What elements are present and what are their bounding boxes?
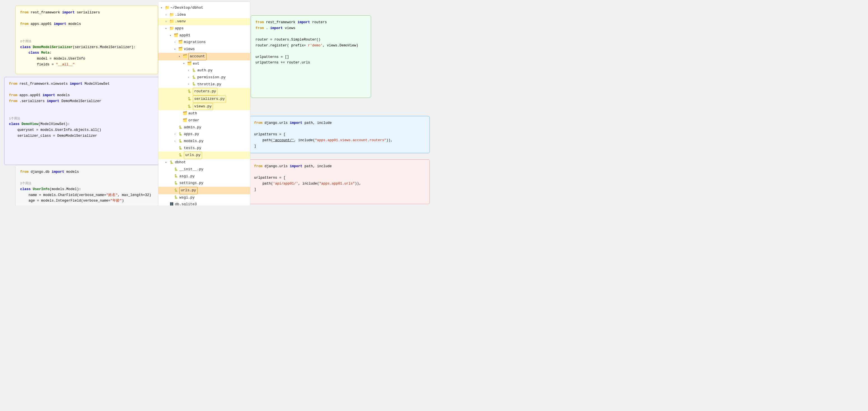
tree-label-serializers-py: serializers.py bbox=[193, 95, 226, 103]
tree-item-db-sqlite3[interactable]: 🗄️ db.sqlite3 bbox=[158, 201, 250, 205]
tree-item-tests-py[interactable]: 🐍 tests.py bbox=[158, 145, 250, 152]
tree-item-auth-py[interactable]: › 🐍 auth.py bbox=[158, 67, 250, 74]
tree-item-wsgi-py[interactable]: 🐍 wsgi.py bbox=[158, 194, 250, 201]
tree-item-settings-py[interactable]: 🐍 settings.py bbox=[158, 180, 250, 187]
tree-item-account[interactable]: ▾ 🗂️ account bbox=[158, 53, 250, 60]
tree-item-permission-py[interactable]: › 🐍 permission.py bbox=[158, 74, 250, 81]
tree-item-urls-app01[interactable]: 🐍 urls.py bbox=[158, 151, 250, 159]
tree-label-account: account bbox=[188, 53, 207, 60]
routers-code: from rest_framework import routers from … bbox=[255, 20, 366, 66]
tree-item-idea[interactable]: › 📁 .idea bbox=[158, 11, 250, 19]
tree-item-apps[interactable]: ▾ 📁 apps bbox=[158, 25, 250, 32]
urls-app01-code: from django.urls import path, include ur… bbox=[254, 120, 425, 149]
tree-item-order-folder[interactable]: 🗂️ order bbox=[158, 117, 250, 124]
tree-label-auth-folder: auth bbox=[188, 110, 197, 117]
models-code: from django.db import models 2个用法 class … bbox=[20, 169, 156, 204]
tree-item-views-py[interactable]: 🐍 views.py bbox=[158, 103, 250, 110]
tree-item-app01[interactable]: ▾ 🗂️ app01 bbox=[158, 32, 250, 39]
tree-label-order-folder: order bbox=[188, 117, 199, 124]
tree-item-models-py[interactable]: › 🐍 models.py bbox=[158, 138, 250, 145]
tree-root-label: ~/Desktop/dbhot bbox=[170, 4, 203, 11]
tree-label-models-py: models.py bbox=[184, 138, 204, 145]
tree-label-dbhot: dbhot bbox=[175, 159, 186, 166]
tree-item-admin-py[interactable]: 🐍 admin.py bbox=[158, 124, 250, 131]
tree-item-init-py[interactable]: 🐍 __init__.py bbox=[158, 166, 250, 173]
tree-label-migrations: migrations bbox=[184, 39, 206, 46]
tree-label-urls-dbhot: urls.py bbox=[179, 187, 197, 194]
urls-app01-panel: from django.urls import path, include ur… bbox=[249, 116, 430, 153]
models-panel: from django.db import models 2个用法 class … bbox=[16, 165, 161, 205]
tree-label-asgi-py: asgi.py bbox=[179, 173, 195, 180]
tree-item-apps-py[interactable]: › 🐍 apps.py bbox=[158, 131, 250, 138]
serializers-panel: from rest_framework import serializers f… bbox=[16, 6, 158, 74]
tree-item-venv[interactable]: › 📁 .venv bbox=[158, 18, 250, 25]
tree-label-urls-app01: urls.py bbox=[184, 151, 202, 159]
tree-label-permission-py: permission.py bbox=[197, 74, 225, 81]
tree-label-ext: ext bbox=[193, 60, 199, 67]
urls-dbhot-code: from django.urls import path, include ur… bbox=[254, 164, 425, 192]
tree-label-apps-py: apps.py bbox=[184, 131, 199, 138]
views-panel: from rest_framework.viewsets import Mode… bbox=[4, 77, 165, 165]
views-code: from rest_framework.viewsets import Mode… bbox=[9, 81, 160, 139]
tree-label-idea: .idea bbox=[175, 11, 186, 19]
tree-label-init-py: __init__.py bbox=[179, 166, 204, 173]
tree-label-app01: app01 bbox=[179, 32, 190, 39]
tree-root[interactable]: ▾ 📁 ~/Desktop/dbhot bbox=[158, 4, 250, 11]
urls-dbhot-panel: from django.urls import path, include ur… bbox=[249, 159, 430, 204]
tree-label-apps: apps bbox=[175, 25, 184, 32]
tree-item-asgi-py[interactable]: 🐍 asgi.py bbox=[158, 173, 250, 180]
tree-label-throttle-py: throttle.py bbox=[197, 81, 221, 88]
tree-label-routers-py: routers.py bbox=[193, 88, 217, 95]
file-tree[interactable]: ▾ 📁 ~/Desktop/dbhot › 📁 .idea › 📁 .venv … bbox=[158, 1, 250, 205]
tree-label-db-sqlite3: db.sqlite3 bbox=[175, 201, 197, 205]
routers-panel: from rest_framework import routers from … bbox=[251, 15, 371, 98]
tree-label-auth-py: auth.py bbox=[197, 67, 213, 74]
tree-item-migrations[interactable]: › 🗂️ migrations bbox=[158, 39, 250, 46]
tree-item-serializers-py[interactable]: 🐍 serializers.py bbox=[158, 95, 250, 103]
tree-label-settings-py: settings.py bbox=[179, 180, 204, 187]
tree-item-auth-folder[interactable]: 🗂️ auth bbox=[158, 110, 250, 117]
tree-label-admin-py: admin.py bbox=[184, 124, 201, 131]
tree-label-views: views bbox=[184, 46, 195, 53]
tree-label-views-py: views.py bbox=[193, 103, 213, 110]
tree-label-venv: .venv bbox=[175, 18, 186, 25]
tree-item-dbhot[interactable]: ▾ 🐍 dbhot bbox=[158, 159, 250, 166]
tree-label-wsgi-py: wsgi.py bbox=[179, 194, 195, 201]
tree-item-throttle-py[interactable]: › 🐍 throttle.py bbox=[158, 81, 250, 88]
serializers-code: from rest_framework import serializers f… bbox=[20, 10, 153, 67]
tree-item-urls-dbhot[interactable]: 🐍 urls.py bbox=[158, 187, 250, 194]
tree-item-routers-py[interactable]: 🐍 routers.py bbox=[158, 88, 250, 95]
tree-item-ext[interactable]: ▾ 🗂️ ext bbox=[158, 60, 250, 67]
tree-item-views[interactable]: ▾ 🗂️ views bbox=[158, 46, 250, 53]
tree-label-tests-py: tests.py bbox=[184, 145, 201, 152]
